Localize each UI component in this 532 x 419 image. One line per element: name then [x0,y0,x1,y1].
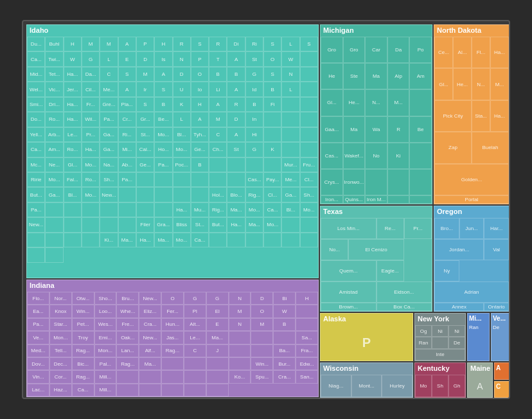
cell: Id [245,82,263,96]
north-dakota-title: North Dakota [434,25,509,35]
cell [296,318,318,331]
cell [173,172,191,187]
cell: Rig... [245,187,263,202]
region-idaho: Idaho Du... Buhl H M M A P H R S R Di Ri… [26,24,319,278]
cell [100,202,118,217]
cell: Mo... [245,202,263,217]
cell: Box Ca... [377,303,432,311]
cell [45,233,63,247]
cell [191,172,209,187]
cell: Cra... [273,370,296,383]
cell: Mc... [27,157,45,172]
cell: Eagle... [377,260,404,281]
cell: Jun... [459,218,484,239]
cell: New... [139,292,161,305]
cell: Mill... [94,384,117,397]
cell: Sa... [296,331,318,344]
cell: N [173,51,191,66]
cell: Rag... [72,344,94,357]
cell: Ro... [45,112,63,127]
cell [82,233,100,247]
cell [281,97,299,112]
cell: G [82,51,100,66]
cell: Wil... [82,112,100,127]
alaska-title: Alaska [321,314,412,324]
cell: S [154,82,172,96]
cell: Mo... [45,172,63,187]
cell: Star... [49,318,72,331]
cell: Sho... [94,292,117,305]
cell: Loo... [94,305,117,317]
cell: Bl... [64,187,82,202]
cell: Hurley [382,375,412,397]
cell: Ha... [173,202,191,217]
cell: Mo... [263,217,281,232]
cell: S [263,67,281,82]
cell: Pr... [82,127,100,142]
cell: Mo... [173,142,191,157]
cell: Cl... [300,172,318,187]
cell: Twi... [45,51,63,66]
cell [409,143,432,169]
indiana-title: Indiana [27,280,318,290]
cell: Gro [321,37,343,63]
cell: Dri... [45,97,63,112]
cell: Mid... [27,67,45,82]
cell: M... [387,89,410,116]
cell: Eliz... [139,305,161,317]
cell: Gh [448,375,465,397]
cell: H [191,97,209,112]
cell: Alp [387,63,410,89]
chart-container: Idaho Du... Buhl H M M A P H R S R Di Ri… [22,20,510,399]
cell [27,247,45,262]
region-kentucky: Kentucky Mo Sh Gh [414,362,466,398]
cell: Pa... [27,318,49,331]
cell: B [191,157,209,172]
cell: In [245,112,263,127]
cell: Iron... [321,195,343,204]
cell: New... [100,187,118,202]
cell: Eidson... [377,281,432,303]
cell: Pay... [263,172,281,187]
cell: Mu... [191,202,209,217]
cell [27,233,45,247]
cell: Golden... [434,164,509,195]
cell: Fal... [64,172,82,187]
cell: Cas... [321,143,343,169]
cell: Ha... [64,97,82,112]
cell: C [100,67,118,82]
cell: Win... [251,357,273,370]
cell: L [281,82,299,96]
cell: No [365,143,387,169]
cell [296,305,318,317]
cell: M [100,37,118,51]
cell: Ha... [64,112,82,127]
cell: Buhl [45,37,63,51]
cell: Cas... [245,172,263,187]
cell [229,357,251,370]
cell: Ironwo... [343,169,366,195]
cell: P [191,51,209,66]
cell: Ma... [139,357,161,370]
cell: Ni [432,325,448,337]
cell: Fra... [296,344,318,357]
cell: Hun... [161,318,184,331]
cell [136,172,154,187]
cell: Fer... [161,305,184,317]
cell: Ma... [118,233,136,247]
cell [82,202,100,217]
cell: A [118,82,136,96]
cell: Ma [343,116,366,143]
cell: Ne... [45,157,63,172]
cell: Li [209,82,227,96]
maine-title: Maine [468,363,492,373]
cell: Ga... [45,187,63,202]
cell: Be [409,116,432,143]
cell: Med... [27,344,49,357]
cell: Sh... [300,187,318,202]
cell: Na... [100,157,118,172]
cell [136,202,154,217]
cell: Ki... [100,233,118,247]
cell [191,187,209,202]
cell: U [173,82,191,96]
